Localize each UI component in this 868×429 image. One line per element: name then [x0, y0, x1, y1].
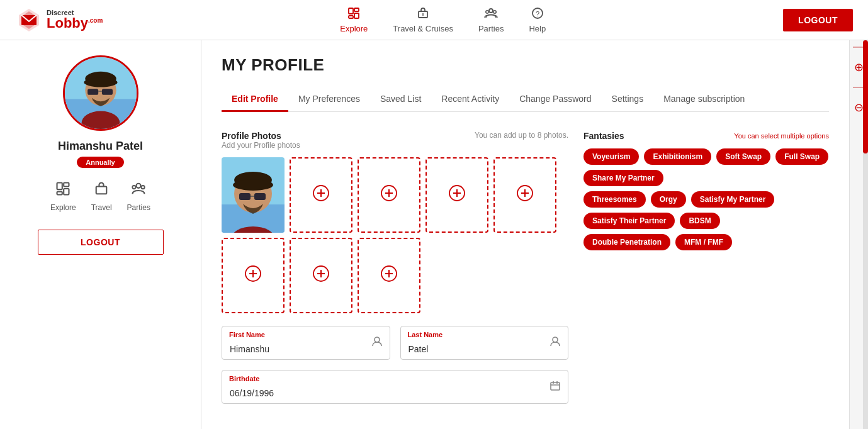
birthdate-input[interactable]	[222, 370, 568, 404]
fantasies-row-3: Double Penetration MFM / FMF	[583, 234, 829, 250]
logo[interactable]: Discreet Lobby.com	[15, 6, 103, 34]
svg-point-29	[133, 186, 136, 189]
add-photo-icon-2	[312, 184, 330, 206]
tag-mfm-fmf[interactable]: MFM / FMF	[675, 234, 732, 250]
photo-slot-4[interactable]	[426, 157, 488, 233]
add-photo-icon-8	[380, 265, 398, 286]
profile-tabs: Edit Profile My Preferences Saved List R…	[222, 87, 829, 112]
svg-rect-4	[354, 8, 359, 11]
fantasies-title: Fantasies	[583, 131, 624, 141]
fantasies-area: Fantasies You can select multiple option…	[583, 131, 829, 414]
photo-slot-3[interactable]	[358, 157, 420, 233]
tab-manage-subscription[interactable]: Manage subscription	[653, 87, 755, 112]
tab-my-preferences[interactable]: My Preferences	[288, 87, 370, 112]
photo-slot-2[interactable]	[290, 157, 352, 233]
person-icon-first	[371, 336, 383, 350]
sidebar-nav-explore[interactable]: Explore	[50, 181, 76, 212]
nav-item-travel[interactable]: Travel & Cruises	[393, 6, 453, 33]
nav-item-explore[interactable]: Explore	[340, 6, 368, 33]
svg-rect-5	[354, 13, 359, 18]
tab-saved-list[interactable]: Saved List	[370, 87, 431, 112]
add-photo-icon-3	[380, 184, 398, 206]
svg-point-30	[142, 186, 145, 189]
svg-point-61	[375, 337, 380, 342]
tab-recent-activity[interactable]: Recent Activity	[431, 87, 509, 112]
add-photo-icon-7	[312, 265, 330, 286]
birthdate-label: Birthdate	[229, 375, 259, 382]
nav-item-help[interactable]: ? Help	[529, 6, 546, 33]
sidebar-travel-icon	[93, 181, 110, 201]
birthdate-group: Birthdate	[222, 370, 568, 404]
photo-slot-7[interactable]	[290, 238, 352, 313]
tag-full-swap[interactable]: Full Swap	[775, 148, 828, 165]
fantasies-row-1: Voyeurism Exhibitionism Soft Swap Full S…	[583, 148, 829, 186]
add-photo-icon-6	[244, 265, 262, 286]
sidebar-nav-travel[interactable]: Travel	[91, 181, 112, 212]
svg-rect-27	[96, 186, 107, 194]
tag-satisfy-my-partner[interactable]: Satisfy My Partner	[691, 191, 775, 208]
name-form-row: First Name Last Name	[222, 326, 568, 360]
profile-section: Profile Photos Add your Profile photos Y…	[222, 131, 829, 414]
svg-rect-3	[349, 8, 353, 14]
sidebar-nav: Explore Travel Parties	[50, 181, 150, 212]
photos-hint: You can add up to 8 photos.	[475, 131, 568, 140]
scrollbar-thumb[interactable]	[863, 40, 868, 153]
last-name-group: Last Name	[400, 326, 569, 360]
svg-rect-6	[349, 16, 353, 18]
tab-change-password[interactable]: Change Password	[509, 87, 601, 112]
main-nav: Explore Travel & Cruises Parties ? Help	[340, 6, 546, 33]
fantasies-header: Fantasies You can select multiple option…	[583, 131, 829, 141]
svg-point-9	[489, 9, 493, 13]
tab-edit-profile[interactable]: Edit Profile	[222, 87, 288, 112]
svg-point-36	[233, 179, 273, 191]
photo-slot-5[interactable]	[493, 157, 556, 233]
sidebar-explore-icon	[55, 181, 71, 201]
svg-rect-20	[87, 89, 98, 95]
sidebar-nav-parties[interactable]: Parties	[127, 181, 150, 212]
header-logout-button[interactable]: LOGOUT	[783, 9, 853, 31]
side-panel-collapse-icon[interactable]: ⊖	[854, 101, 864, 114]
help-icon: ?	[531, 6, 544, 22]
svg-point-28	[137, 184, 141, 188]
photos-title: Profile Photos	[222, 131, 300, 141]
tag-share-my-partner[interactable]: Share My Partner	[583, 170, 663, 186]
first-name-label: First Name	[229, 331, 265, 338]
svg-rect-38	[254, 193, 266, 200]
fantasies-row-2: Threesomes Orgy Satisfy My Partner Satis…	[583, 191, 829, 229]
svg-point-62	[553, 337, 558, 342]
last-name-label: Last Name	[408, 331, 443, 338]
tag-exhibitionism[interactable]: Exhibitionism	[644, 148, 711, 165]
svg-rect-63	[551, 382, 560, 390]
tag-bdsm[interactable]: BDSM	[680, 213, 719, 229]
tag-satisfy-their-partner[interactable]: Satisfy Their Partner	[583, 213, 675, 229]
photo-slot-6[interactable]	[222, 238, 285, 313]
page-title: MY PROFILE	[222, 55, 829, 75]
tag-orgy[interactable]: Orgy	[651, 191, 686, 208]
birthdate-form-row: Birthdate	[222, 370, 568, 404]
tag-threesomes[interactable]: Threesomes	[583, 191, 646, 208]
tag-voyeurism[interactable]: Voyeurism	[583, 148, 639, 165]
svg-rect-37	[239, 193, 251, 200]
tag-double-penetration[interactable]: Double Penetration	[583, 234, 670, 250]
tag-soft-swap[interactable]: Soft Swap	[716, 148, 770, 165]
add-photo-icon-4	[448, 184, 466, 206]
scrollbar-track	[863, 40, 868, 429]
fantasies-hint: You can select multiple options	[734, 132, 829, 140]
nav-item-parties[interactable]: Parties	[478, 6, 504, 33]
page-wrapper: Himanshu Patel Annually Explore Travel P…	[0, 40, 868, 429]
explore-icon	[347, 6, 361, 22]
svg-rect-25	[64, 189, 69, 194]
user-name: Himanshu Patel	[58, 140, 143, 153]
sidebar-logout-button[interactable]: LOGOUT	[38, 230, 164, 255]
avatar-image	[65, 57, 137, 129]
svg-text:?: ?	[536, 10, 539, 18]
side-panel-expand-icon[interactable]: ⊕	[854, 60, 864, 74]
travel-icon	[416, 6, 430, 22]
tab-settings[interactable]: Settings	[602, 87, 654, 112]
photo-slot-1[interactable]	[222, 157, 285, 233]
svg-rect-21	[101, 89, 112, 95]
photos-grid	[222, 157, 568, 313]
add-photo-icon-5	[516, 184, 534, 206]
photo-slot-8[interactable]	[358, 238, 420, 313]
first-name-group: First Name	[222, 326, 390, 360]
